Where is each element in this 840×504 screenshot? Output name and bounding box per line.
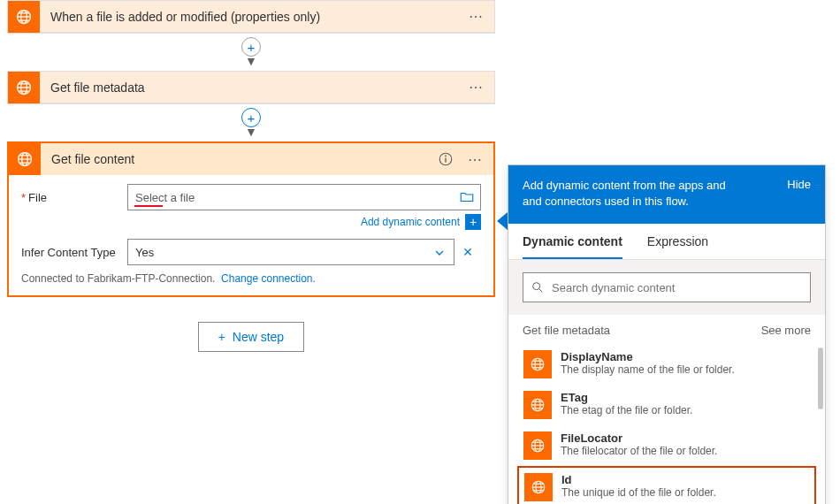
dynamic-content-panel: Add dynamic content from the apps and an… xyxy=(508,164,826,504)
add-dynamic-content-link[interactable]: Add dynamic content xyxy=(361,216,460,228)
step-card-trigger[interactable]: When a file is added or modified (proper… xyxy=(7,0,495,34)
section-title: Get file metadata xyxy=(523,324,610,337)
step-card-metadata[interactable]: Get file metadata ⋯ xyxy=(7,71,495,104)
connector: + ▼ xyxy=(7,108,495,138)
globe-icon xyxy=(523,391,552,419)
folder-picker-button[interactable] xyxy=(458,188,476,206)
dynamic-items-list: DisplayNameThe display name of the file … xyxy=(508,344,825,504)
step-title: Get file content xyxy=(41,152,438,166)
infer-label: Infer Content Type xyxy=(21,246,127,259)
step-title: Get file metadata xyxy=(40,80,458,95)
connector: + ▼ xyxy=(7,37,495,67)
flyout-arrow xyxy=(497,212,508,230)
new-step-button[interactable]: + New step xyxy=(198,322,304,352)
clear-field-button[interactable]: × xyxy=(454,243,481,262)
list-item-id[interactable]: IdThe unique id of the file or folder. xyxy=(517,466,816,504)
tab-expression[interactable]: Expression xyxy=(647,224,708,259)
step-card-get-file-content: Get file content ⋯ *File Add dynamic con… xyxy=(7,141,495,297)
step-menu-button[interactable]: ⋯ xyxy=(458,8,494,25)
step-menu-button[interactable]: ⋯ xyxy=(458,79,494,95)
chevron-down-icon xyxy=(432,246,447,263)
change-connection-link[interactable]: Change connection. xyxy=(221,272,316,285)
globe-icon xyxy=(523,350,552,378)
add-dynamic-content-plus[interactable]: + xyxy=(465,214,481,230)
see-more-link[interactable]: See more xyxy=(761,324,811,337)
list-item[interactable]: ETagThe etag of the file or folder. xyxy=(517,385,816,425)
tab-dynamic-content[interactable]: Dynamic content xyxy=(523,224,622,259)
list-item[interactable]: FileLocatorThe filelocator of the file o… xyxy=(517,425,816,466)
hide-panel-button[interactable]: Hide xyxy=(787,178,811,210)
globe-icon xyxy=(523,431,552,460)
search-box[interactable] xyxy=(523,272,811,302)
globe-icon xyxy=(9,143,41,175)
file-label: *File xyxy=(21,191,127,204)
globe-icon xyxy=(524,473,553,501)
search-input[interactable] xyxy=(552,281,803,294)
arrow-down-icon: ▼ xyxy=(245,55,257,67)
file-input[interactable] xyxy=(127,184,481,210)
search-icon xyxy=(531,280,545,294)
step-menu-button[interactable]: ⋯ xyxy=(457,151,493,168)
info-icon[interactable] xyxy=(438,151,457,167)
panel-description: Add dynamic content from the apps and an… xyxy=(523,178,776,210)
globe-icon xyxy=(8,1,40,33)
arrow-down-icon: ▼ xyxy=(245,126,257,138)
step-title: When a file is added or modified (proper… xyxy=(40,10,458,24)
infer-content-type-select[interactable]: Yes xyxy=(127,239,454,265)
globe-icon xyxy=(8,72,40,103)
list-item[interactable]: DisplayNameThe display name of the file … xyxy=(517,344,816,385)
scrollbar[interactable] xyxy=(818,347,823,409)
validation-underline xyxy=(134,205,163,207)
connection-info: Connected to Fabrikam-FTP-Connection. Ch… xyxy=(21,272,481,285)
